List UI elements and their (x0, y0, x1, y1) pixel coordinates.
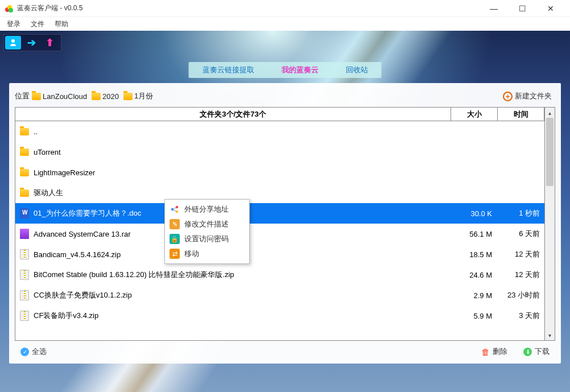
th-name[interactable]: 文件夹3个/文件73个 (15, 108, 451, 121)
scroll-track[interactable] (545, 118, 555, 330)
svg-point-5 (176, 206, 178, 208)
folder-icon (20, 148, 29, 156)
table-header: 文件夹3个/文件73个 大小 时间 (15, 108, 544, 121)
file-size: 2.9 M (451, 291, 498, 300)
file-size: 5.9 M (451, 312, 498, 320)
menu-help[interactable]: 帮助 (50, 18, 73, 30)
tab-mycloud[interactable]: 我的蓝奏云 (268, 62, 332, 78)
toolbar: ➔ ⬆ (3, 34, 61, 51)
folder-icon (123, 93, 133, 100)
ctx-edit-desc[interactable]: ✎ 修改文件描述 (165, 217, 249, 232)
file-size: 18.5 M (451, 250, 498, 259)
plus-circle-icon: + (503, 92, 513, 101)
file-name: 驱动人生 (34, 188, 451, 198)
svg-point-4 (171, 208, 174, 211)
file-name: CF装备助手v3.4.zip (34, 311, 451, 321)
table-row[interactable]: Bandicam_v4.5.4.1624.zip18.5 M12 天前 (15, 244, 544, 265)
edit-icon: ✎ (170, 219, 180, 229)
file-name: LightImageResizer (34, 168, 451, 177)
scrollbar[interactable]: ▴ ▾ (544, 108, 555, 340)
select-all-button[interactable]: ✓ 全选 (15, 345, 52, 358)
file-size: 24.6 M (451, 271, 498, 279)
file-table: 文件夹3个/文件73个 大小 时间 ..uTorrentLightImageRe… (15, 107, 555, 341)
check-circle-icon: ✓ (20, 348, 29, 356)
menu-bar: 登录 文件 帮助 (0, 17, 570, 31)
zip-icon (20, 249, 29, 259)
table-row[interactable]: LightImageResizer (15, 162, 544, 183)
location-label: 位置 (15, 91, 30, 101)
menu-login[interactable]: 登录 (2, 18, 25, 30)
app-logo-icon (5, 4, 14, 13)
file-time: 12 天前 (498, 270, 544, 280)
breadcrumb-item[interactable]: 1月份 (123, 91, 153, 101)
file-name: CC换肤盒子免费版v10.1.2.zip (34, 290, 451, 300)
share-icon (170, 204, 180, 214)
table-row[interactable]: 01_为什么你需要学习人格？.doc30.0 K1 秒前 (15, 203, 544, 224)
zip-icon (20, 311, 29, 321)
action-row: ✓ 全选 🗑 删除 ⬇ 下载 (15, 344, 555, 359)
rar-icon (20, 229, 29, 239)
trash-icon: 🗑 (481, 347, 490, 357)
file-time: 23 小时前 (498, 290, 544, 300)
minimize-button[interactable]: — (486, 4, 502, 13)
lock-icon: 🔒 (170, 234, 180, 244)
svg-point-6 (176, 211, 178, 213)
breadcrumb-item[interactable]: 2020 (92, 92, 119, 101)
folder-icon (20, 169, 29, 176)
svg-line-8 (174, 210, 176, 211)
file-time: 6 天前 (498, 229, 544, 239)
maximize-button[interactable]: ☐ (514, 4, 530, 13)
file-name: uTorrent (34, 148, 451, 156)
download-icon: ⬇ (523, 348, 532, 356)
folder-icon (20, 128, 29, 135)
folder-icon (20, 189, 29, 197)
download-button[interactable]: ⬇ 下载 (518, 345, 555, 358)
th-time[interactable]: 时间 (498, 108, 544, 121)
file-name: BitComet Stable (build 1.63.12.20) 比特彗星全… (34, 270, 451, 280)
window-title: 蓝奏云客户端 - v0.0.5 (17, 3, 486, 13)
doc-icon (20, 208, 29, 218)
new-folder-button[interactable]: + 新建文件夹 (499, 90, 555, 102)
svg-line-7 (174, 208, 176, 209)
ctx-set-password[interactable]: 🔒 设置访问密码 (165, 232, 249, 246)
breadcrumb-row: 位置 LanZouCloud 2020 1月份 + 新建文件夹 (15, 89, 555, 104)
file-time: 1 秒前 (498, 208, 544, 218)
menu-file[interactable]: 文件 (26, 18, 49, 30)
table-row[interactable]: CC换肤盒子免费版v10.1.2.zip2.9 M23 小时前 (15, 285, 544, 306)
table-row[interactable]: Advanced SystemCare 13.rar56.1 M6 天前 (15, 224, 544, 244)
ctx-move[interactable]: ⇄ 移动 (165, 246, 249, 261)
table-row[interactable]: BitComet Stable (build 1.63.12.20) 比特彗星全… (15, 265, 544, 285)
scroll-down-icon[interactable]: ▾ (545, 330, 555, 340)
table-row[interactable]: 驱动人生 (15, 183, 544, 203)
title-bar: 蓝奏云客户端 - v0.0.5 — ☐ ✕ (0, 0, 570, 17)
table-row[interactable]: uTorrent (15, 142, 544, 162)
file-time: 3 天前 (498, 311, 544, 321)
file-time: 12 天前 (498, 249, 544, 259)
table-row[interactable]: CF装备助手v3.4.zip5.9 M3 天前 (15, 306, 544, 326)
tab-recycle[interactable]: 回收站 (332, 62, 382, 78)
upload-icon-button[interactable]: ⬆ (42, 36, 57, 49)
tab-extract[interactable]: 蓝奏云链接提取 (189, 62, 268, 78)
close-button[interactable]: ✕ (543, 4, 559, 13)
table-body: ..uTorrentLightImageResizer驱动人生01_为什么你需要… (15, 121, 544, 340)
delete-button[interactable]: 🗑 删除 (476, 345, 513, 358)
file-size: 30.0 K (451, 209, 498, 218)
user-icon-button[interactable] (5, 36, 21, 49)
content-area: ➔ ⬆ 蓝奏云链接提取 我的蓝奏云 回收站 位置 LanZouCloud 202… (0, 31, 570, 392)
folder-icon (92, 93, 101, 100)
forward-icon-button[interactable]: ➔ (23, 36, 39, 49)
ctx-share[interactable]: 外链分享地址 (165, 202, 249, 217)
zip-icon (20, 270, 29, 280)
folder-icon (32, 93, 41, 100)
tab-bar: 蓝奏云链接提取 我的蓝奏云 回收站 (189, 62, 382, 78)
zip-icon (20, 290, 29, 300)
th-size[interactable]: 大小 (451, 108, 498, 121)
breadcrumb-item[interactable]: LanZouCloud (32, 92, 87, 101)
file-name: .. (34, 127, 451, 136)
scroll-up-icon[interactable]: ▴ (545, 108, 555, 118)
scroll-thumb[interactable] (546, 118, 554, 186)
svg-point-2 (9, 8, 13, 13)
file-size: 56.1 M (451, 230, 498, 238)
table-row[interactable]: .. (15, 121, 544, 142)
main-panel: 位置 LanZouCloud 2020 1月份 + 新建文件夹 文件夹3个/文件… (9, 83, 561, 364)
